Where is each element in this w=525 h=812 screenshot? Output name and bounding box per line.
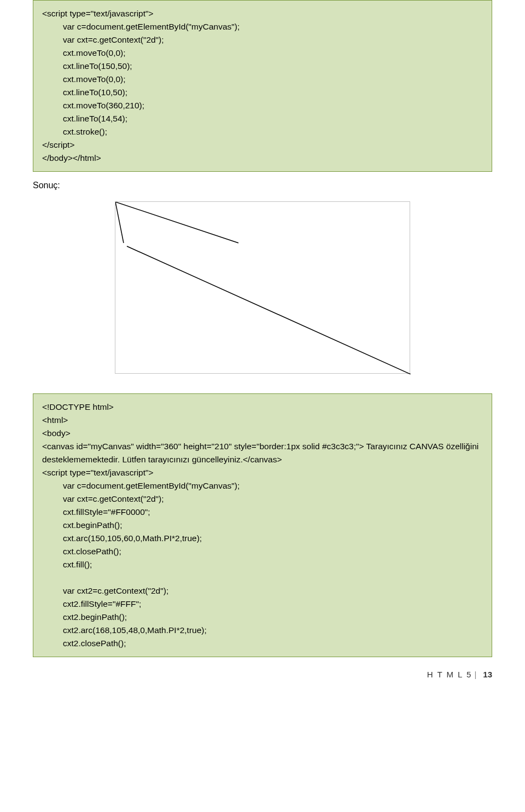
- code-box-2: <!DOCTYPE html><html><body><canvas id="m…: [33, 393, 492, 657]
- code-line: cxt.arc(150,105,60,0,Math.PI*2,true);: [42, 532, 483, 545]
- code-line: var cxt=c.getContext("2d");: [42, 33, 483, 47]
- code-line: <canvas id="myCanvas" width="360" height…: [42, 440, 483, 466]
- footer-divider: |: [474, 670, 477, 679]
- code-line: var cxt=c.getContext("2d");: [42, 492, 483, 506]
- code-line: var cxt2=c.getContext("2d");: [42, 584, 483, 598]
- code-line: <script type="text/javascript">: [42, 466, 483, 479]
- code-line: var c=document.getElementById("myCanvas"…: [42, 20, 483, 33]
- code-line: cxt.moveTo(0,0);: [42, 73, 483, 86]
- code-line: cxt.fillStyle="#FF0000";: [42, 506, 483, 519]
- code-line: </body></html>: [42, 152, 483, 165]
- code-line: cxt.beginPath();: [42, 519, 483, 532]
- code-line: cxt.moveTo(0,0);: [42, 47, 483, 60]
- code-line: cxt.lineTo(10,50);: [42, 86, 483, 99]
- document-page: <script type="text/javascript">var c=doc…: [0, 0, 525, 701]
- result-label: Sonuç:: [33, 181, 492, 190]
- code-line: </script>: [42, 138, 483, 152]
- code-line: cxt2.arc(168,105,48,0,Math.PI*2,true);: [42, 624, 483, 637]
- svg-line-1: [115, 202, 124, 243]
- footer-page-number: 13: [483, 670, 492, 679]
- code-line: cxt2.beginPath();: [42, 611, 483, 624]
- code-line: cxt.lineTo(14,54);: [42, 112, 483, 125]
- code-line: cxt.stroke();: [42, 125, 483, 138]
- code-line: cxt.moveTo(360,210);: [42, 99, 483, 112]
- code-line: <body>: [42, 427, 483, 440]
- code-line: var c=document.getElementById("myCanvas"…: [42, 479, 483, 492]
- svg-line-2: [127, 246, 411, 374]
- code-box-1: <script type="text/javascript">var c=doc…: [33, 0, 492, 172]
- code-line: <!DOCTYPE html>: [42, 401, 483, 414]
- code-line: <html>: [42, 414, 483, 427]
- page-footer: H T M L 5 | 13: [33, 666, 492, 679]
- canvas-output: [115, 201, 410, 374]
- code-line: cxt.fill();: [42, 558, 483, 571]
- svg-line-0: [115, 202, 238, 243]
- code-line: cxt2.fillStyle="#FFF";: [42, 598, 483, 611]
- footer-title: H T M L 5: [427, 670, 472, 679]
- code-line: <script type="text/javascript">: [42, 7, 483, 20]
- code-line: cxt.closePath();: [42, 545, 483, 558]
- code-line: cxt.lineTo(150,50);: [42, 60, 483, 73]
- code-line: [42, 571, 483, 584]
- canvas-output-wrap: [33, 201, 492, 374]
- code-line: cxt2.closePath();: [42, 637, 483, 650]
